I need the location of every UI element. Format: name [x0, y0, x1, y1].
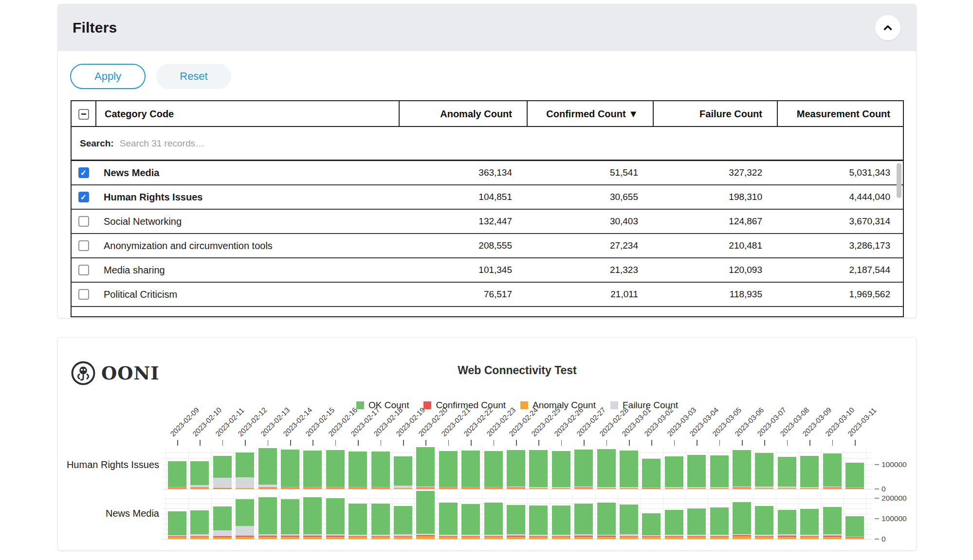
bar-segment-anomaly — [733, 536, 751, 539]
table-row[interactable]: Political Criticism76,51721,011118,9351,… — [72, 283, 903, 307]
collapse-panel-button[interactable] — [875, 15, 900, 40]
bar-segment-anomaly — [507, 537, 525, 539]
measurement-count-value: 5,031,343 — [777, 167, 904, 178]
chart-row-label: Human Rights Issues — [66, 459, 159, 470]
ooni-brand: OONI — [70, 360, 160, 386]
stacked-bar — [349, 504, 367, 539]
bar-segment-ok — [687, 455, 706, 487]
bar-segment-anomaly — [281, 537, 299, 539]
stacked-bar — [507, 505, 525, 539]
stacked-bar — [394, 456, 412, 489]
filters-title: Filters — [73, 19, 117, 36]
date-tickmark — [403, 440, 404, 446]
category-name: News Media — [95, 167, 399, 179]
bar-segment-anomaly — [620, 488, 638, 489]
stacked-bar — [394, 506, 412, 539]
bar-segment-ok — [326, 450, 345, 487]
row-checkbox[interactable] — [78, 265, 89, 275]
bar-segment-ok — [258, 448, 277, 485]
stacked-bar — [236, 499, 254, 539]
row-checkbox[interactable] — [78, 240, 89, 251]
y-axis-tick: 100000 — [875, 460, 907, 469]
stacked-bar — [507, 450, 525, 489]
table-row[interactable]: Anonymization and circumvention tools208… — [72, 234, 903, 258]
bar-segment-ok — [823, 453, 842, 487]
bar-segment-ok — [281, 499, 299, 534]
failure-count-value: 118,935 — [653, 289, 777, 300]
date-tickmark — [312, 440, 313, 446]
select-all-checkbox[interactable] — [78, 109, 89, 120]
stacked-bar — [529, 450, 548, 489]
row-checkbox[interactable]: ✓ — [78, 167, 89, 178]
bar-segment-ok — [507, 505, 525, 534]
date-tickmark — [358, 440, 359, 446]
bar-segment-ok — [213, 506, 232, 531]
date-tickmark — [381, 440, 382, 446]
measurement-count-value: 2,187,544 — [777, 265, 904, 275]
apply-button[interactable]: Apply — [70, 64, 146, 89]
search-input[interactable] — [119, 138, 411, 149]
bar-segment-ok — [845, 463, 864, 488]
bar-segment-ok — [168, 511, 186, 536]
table-row[interactable]: Media sharing101,34521,323120,0932,187,5… — [72, 258, 903, 283]
bar-segment-ok — [755, 506, 773, 535]
stacked-bar — [303, 451, 322, 489]
category-name: Political Criticism — [95, 289, 399, 300]
bar-segment-anomaly — [349, 537, 367, 539]
category-name: Media sharing — [95, 265, 399, 276]
stacked-bar — [642, 459, 661, 489]
row-checkbox[interactable] — [78, 289, 89, 300]
column-header-anomaly-count[interactable]: Anomaly Count — [399, 101, 527, 127]
bar-segment-anomaly — [190, 537, 209, 539]
date-tickmark — [584, 440, 585, 446]
reset-button[interactable]: Reset — [156, 64, 231, 89]
date-tickmark — [629, 440, 630, 446]
date-tickmark — [538, 440, 539, 446]
table-body: ✓News Media363,13451,541327,3225,031,343… — [72, 161, 903, 307]
stacked-bar — [281, 499, 299, 539]
bar-segment-ok — [507, 450, 525, 487]
bar-segment-anomaly — [823, 537, 842, 539]
row-checkbox[interactable]: ✓ — [78, 192, 89, 202]
bar-segment-anomaly — [710, 488, 729, 489]
bar-segment-ok — [620, 451, 638, 487]
bar-segment-anomaly — [394, 488, 412, 489]
y-tick-dash — [875, 498, 879, 499]
date-tickmark — [494, 440, 495, 446]
bar-segment-anomaly — [642, 488, 661, 489]
bar-segment-anomaly — [755, 537, 773, 539]
stacked-bar — [597, 503, 616, 539]
bar-segment-ok — [303, 497, 322, 534]
stacked-bar — [642, 513, 661, 539]
bar-segment-ok — [552, 506, 570, 535]
column-header-measurement-count[interactable]: Measurement Count — [777, 101, 904, 127]
stacked-bar — [168, 511, 186, 540]
bar-segment-ok — [710, 507, 729, 535]
stacked-bar — [371, 452, 390, 489]
stacked-bar — [303, 497, 322, 539]
confirmed-count-value: 30,655 — [527, 192, 653, 202]
bar-segment-anomaly — [778, 537, 796, 539]
table-row[interactable]: ✓News Media363,13451,541327,3225,031,343 — [72, 161, 903, 185]
bar-segment-anomaly — [371, 488, 390, 489]
y-axis-tick: 0 — [875, 485, 886, 493]
stacked-bar — [416, 491, 435, 539]
bar-segment-ok — [665, 510, 683, 535]
anomaly-count-value: 132,447 — [399, 216, 527, 227]
failure-count-value: 210,481 — [653, 240, 777, 251]
column-header-category-code[interactable]: Category Code — [95, 101, 399, 127]
stacked-bar — [687, 455, 706, 489]
column-header-failure-count[interactable]: Failure Count — [653, 101, 777, 127]
stacked-bar — [416, 447, 435, 489]
table-row[interactable]: Social Networking132,44730,403124,8673,6… — [72, 210, 903, 234]
table-row[interactable]: ✓Human Rights Issues104,85130,655198,310… — [72, 185, 903, 210]
bar-segment-ok — [303, 451, 322, 487]
row-checkbox[interactable] — [78, 216, 89, 227]
column-header-confirmed-count[interactable]: Confirmed Count ▼ — [527, 101, 653, 127]
stacked-bar — [620, 451, 638, 489]
y-tick-label: 0 — [881, 485, 886, 493]
bar-segment-ok — [484, 451, 503, 487]
bar-segment-ok — [258, 497, 277, 534]
bar-segment-anomaly — [823, 488, 842, 489]
table-scrollbar-thumb[interactable] — [897, 163, 901, 198]
